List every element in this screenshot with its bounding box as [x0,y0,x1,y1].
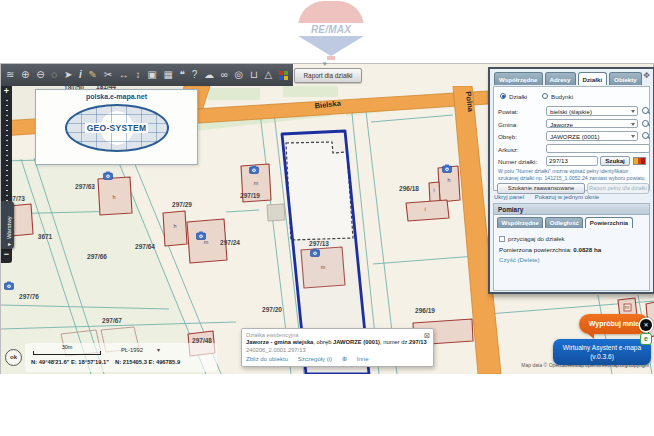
measure-tab-odległość[interactable]: Odległość [545,217,583,228]
obreb-select[interactable]: JAWORZE (0001) [546,131,638,141]
triangle-down-icon: ▼ [6,242,12,247]
advanced-search-button[interactable]: Szukanie zaawansowane [497,183,585,194]
297/76-parcel-label: 297/76 [19,293,39,300]
camera-icon[interactable] [311,249,320,257]
single-window-link[interactable]: Pokazuj w jednym oknie [535,194,599,200]
more-link[interactable]: Inne [357,356,369,362]
cart-icon[interactable]: ⊔ [250,64,258,86]
info-icon[interactable]: i [79,64,82,86]
geo-system-wordmark: GEO-SYSTEM [85,123,149,133]
gmina-select[interactable]: Jaworze [546,119,638,129]
tab-obiekty[interactable]: Obiekty [609,72,642,85]
copy-icon[interactable]: ▣ [147,64,156,86]
draw-icon[interactable]: ✎ [89,64,97,86]
try-me-button[interactable]: Wypróbuj mnie [579,314,649,334]
legend-grid-icon[interactable] [279,71,288,80]
geo-system-logo: GEO-SYSTEM [65,104,169,152]
help-icon[interactable]: ? [192,64,198,86]
search-icon[interactable] [642,132,650,140]
layers-icon[interactable]: ≋ [6,64,14,86]
site-name[interactable]: polska.e-mapa.net [36,93,197,100]
layers-panel-tab[interactable]: ▼ Warstwy [1,201,14,249]
remax-wordmark: RE/MAX [311,24,351,35]
tab-adresy[interactable]: Adresy [545,72,576,85]
status-bar: ok 30m PL-1992 ▾ N: 49°48'21.6" E: 18°57… [25,343,217,372]
measure-height-icon[interactable]: ↕ [136,64,141,86]
arkusz-input[interactable] [546,144,650,154]
full-report-button[interactable]: Raport pełny dla działki [587,183,649,194]
numer-dzialki-label: Numer działki: [498,158,537,165]
radio-dzialki[interactable] [500,93,506,99]
parcel-identifier: 240206_2.0001.297/13 [246,347,429,353]
chevron-down-icon[interactable]: ▾ [157,346,160,353]
table-icon[interactable]: ▦ [163,64,172,86]
ok-button[interactable]: ok [5,349,22,366]
camera-icon[interactable] [5,282,14,290]
297/19-parcel-label: 297/19 [240,192,260,199]
search-icon[interactable] [642,120,650,128]
crs-selector[interactable]: PL-1992 [121,347,143,353]
clear-measure-link[interactable]: Czyść (Delete) [499,256,540,263]
panel-tabs: WspółrzędneAdresyDziałkiObiekty [494,72,642,85]
measure-width-icon[interactable]: ↔ [119,64,129,86]
measure-tab-powierzchnia[interactable]: Powierzchnia [585,217,632,228]
pyramid-icon[interactable]: △ [265,64,273,86]
m-building-label: m [204,239,209,245]
remax-balloon-watermark: RE/MAX [294,0,368,62]
full-extent-icon[interactable]: ◌ [51,64,57,86]
balloon-bottom [298,36,364,56]
m-building-label: m [321,264,326,270]
measurements-section: Pomiary WspółrzędneOdległośćPowierzchnia… [493,203,650,291]
e-mapa-icon[interactable]: e [640,333,652,345]
parcel-search-form: Działki Budynki Powiat: bielski (śląskie… [493,86,650,191]
zoom-out-icon[interactable]: ⊖ [36,64,44,86]
measure-tab-współrzędne[interactable]: Współrzędne [497,217,543,228]
comment-icon[interactable]: ❝ [180,64,185,86]
zoom-in-icon[interactable]: ⊕ [21,64,29,86]
tab-współrzędne[interactable]: Współrzędne [494,72,543,85]
powiat-select[interactable]: bielski (śląskie) [546,106,638,116]
tab-działki[interactable]: Działki [578,72,608,85]
virtual-assistant-button[interactable]: Wirtualny Asystent e-mapa (v.0.3.6) [553,339,651,365]
zoom-out-button[interactable]: − [1,249,12,260]
search-panel: WspółrzędneAdresyDziałkiObiekty ✥ Działk… [488,67,654,294]
infobox-links: Zbliż do obiektu Szczegóły (i) ⊕ Inne [246,355,429,363]
297/64-parcel-label: 297/64 [135,243,155,250]
layers-tab-label: Warstwy [6,216,12,239]
chevron-down-icon[interactable]: ▾ [323,60,327,68]
close-circle-icon[interactable]: ✕ [640,319,652,331]
hide-panel-link[interactable]: Ukryj panel [494,194,524,200]
zoom-to-object-link[interactable]: Zbliż do obiektu [246,356,288,362]
report-for-parcel-button[interactable]: Raport dla działki [294,68,362,83]
radio-budynki-label[interactable]: Budynki [551,93,573,100]
assistant-name: Wirtualny Asystent e-mapa [553,343,651,352]
szukaj-button[interactable]: Szukaj [600,156,630,166]
balloon-band: RE/MAX [298,23,364,36]
search-map-icon[interactable]: ◎ [235,64,244,86]
main-toolbar: ≋⊕⊖◌➤i✎✂↔↕▣▦❝?☁∞◎⊔△ [1,64,293,86]
camera-icon[interactable] [197,232,206,240]
search-icon[interactable] [642,107,650,115]
coordinates-icon[interactable]: ∞ [221,64,228,86]
snap-checkbox[interactable] [499,236,505,242]
close-icon[interactable]: ⊠ [424,331,430,340]
move-panel-icon[interactable]: ✥ [643,71,650,80]
identifier-colors-icon[interactable] [633,157,646,165]
cut-icon[interactable]: ✂ [104,64,112,86]
camera-icon[interactable] [104,172,113,180]
chevron-down-icon [631,135,635,138]
camera-icon[interactable] [443,165,452,173]
plus-circle-icon[interactable]: ⊕ [342,355,347,362]
radio-dzialki-label[interactable]: Działki [509,93,527,100]
snap-label[interactable]: przyciągaj do działek [508,235,565,242]
297/67-parcel-label: 297/67 [102,317,122,324]
gmina-row: Gmina: Jaworze [494,119,649,130]
details-link[interactable]: Szczegóły (i) [298,356,332,362]
snap-row: przyciągaj do działek [499,235,565,242]
pointer-icon[interactable]: ➤ [64,64,72,86]
cloud-icon[interactable]: ☁ [204,64,214,86]
camera-icon[interactable] [250,166,259,174]
zoom-in-button[interactable]: + [1,86,12,97]
parcel-number-input[interactable] [546,156,598,166]
radio-budynki[interactable] [542,93,548,99]
